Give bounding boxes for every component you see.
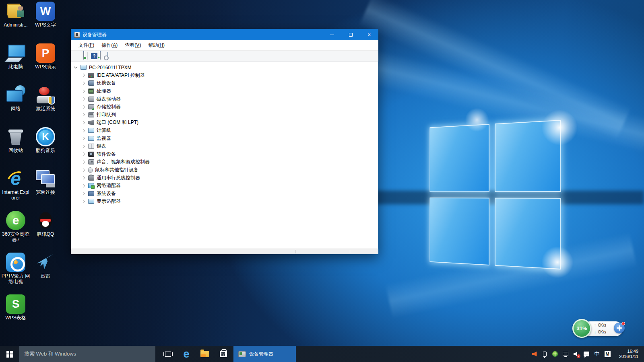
chevron-right-icon[interactable] [82,192,85,195]
desktop-icon-image [6,43,25,63]
minimize-button[interactable] [323,29,341,40]
menu-bar: 文件(F)操作(A)查看(V)帮助(H) [71,40,378,51]
tree-node[interactable]: 存储控制器 [71,103,378,111]
chevron-right-icon[interactable] [82,160,85,164]
tree-node[interactable]: 监视器 [71,134,378,142]
tree-node[interactable]: 计算机 [71,127,378,135]
tree-node-label: 软件设备 [97,151,116,158]
desktop-icon-image [36,211,55,230]
tree-node-label: 系统设备 [97,190,116,197]
360-tray-button[interactable] [550,346,560,362]
network-tray-button[interactable] [560,346,571,362]
tree-node[interactable]: 端口 (COM 和 LPT) [71,119,378,127]
desktop-icon[interactable]: K 酷狗音乐 [31,127,60,169]
chevron-right-icon[interactable] [82,129,85,132]
desktop-icon[interactable]: 宽带连接 [31,169,60,211]
desktop-icon[interactable]: PPTV聚力 网络电视 [1,253,31,294]
desktop-icon-label: 网络 [11,106,21,111]
memory-usage-ball[interactable]: 31% [572,319,591,338]
menu-item[interactable]: 帮助(H) [144,40,168,50]
file-explorer-button[interactable] [196,346,214,362]
tree-node[interactable]: 便携设备 [71,79,378,87]
tree-node[interactable]: 鼠标和其他指针设备 [71,166,378,174]
usb-tray-button[interactable] [539,346,550,362]
store-button[interactable] [214,346,233,362]
window-titlebar[interactable]: 设备管理器 × [71,29,378,40]
task-view-button[interactable] [159,346,177,362]
menu-label: 帮助( [148,42,159,48]
taskbar-clock[interactable]: 16:49 2016/1/11 [613,349,642,359]
tree-node[interactable]: 键盘 [71,142,378,150]
desktop-icon[interactable]: P WPS演示 [31,43,60,85]
chevron-right-icon[interactable] [82,121,85,124]
desktop-icon-image [6,253,25,272]
chevron-right-icon[interactable] [82,152,85,156]
volume-tray-button[interactable]: x [571,346,581,362]
device-manager-taskbar-button[interactable]: 设备管理器 [233,346,296,362]
action-center-button[interactable] [581,346,592,362]
desktop-icon[interactable]: 迅雷 [31,253,60,294]
chevron-right-icon[interactable] [82,97,85,101]
chevron-right-icon[interactable] [82,168,85,171]
menu-item[interactable]: 查看(V) [121,40,144,50]
device-category-icon [88,97,94,102]
ime-mode-button[interactable]: M [602,346,613,362]
help-button[interactable]: ? [91,53,97,59]
chevron-right-icon[interactable] [82,74,85,77]
desktop-icon[interactable]: Administr... [1,2,31,43]
menu-item[interactable]: 文件(F) [75,40,98,50]
search-placeholder: 搜索 Web 和 Windows [24,350,76,358]
desktop-icon[interactable]: 激活系统 [31,85,60,127]
taskbar-search-input[interactable]: 搜索 Web 和 Windows [19,346,155,362]
chevron-down-icon[interactable] [74,65,77,68]
chevron-right-icon[interactable] [82,200,85,203]
tree-node[interactable]: 打印队列 [71,111,378,119]
desktop-icon[interactable]: S WPS表格 [1,294,31,336]
chevron-right-icon[interactable] [82,184,85,187]
tree-node-label: 鼠标和其他指针设备 [95,167,138,173]
start-button[interactable] [0,346,19,362]
chevron-right-icon[interactable] [82,82,85,85]
device-category-icon [88,175,94,181]
chevron-right-icon[interactable] [82,144,85,148]
desktop-icon-label: 360安全浏览器7 [1,231,31,243]
tree-node-label: 处理器 [97,88,111,95]
tree-node[interactable]: 磁盘驱动器 [71,95,378,103]
tree-node[interactable]: 声音、视频和游戏控制器 [71,158,378,166]
tree-node[interactable]: 通用串行总线控制器 [71,174,378,182]
accelerate-button[interactable] [614,323,625,333]
desktop-icon[interactable]: e 360安全浏览器7 [1,211,31,253]
desktop-icon[interactable]: 回收站 [1,127,31,169]
edge-browser-button[interactable]: e [177,346,196,362]
tree-node[interactable]: 显示适配器 [71,197,378,206]
scan-hardware-button[interactable] [107,52,108,60]
tree-node[interactable]: 网络适配器 [71,182,378,190]
chevron-right-icon[interactable] [82,113,85,116]
tree-root-node[interactable]: PC-20160111TPXM [71,64,378,72]
desktop-icon[interactable]: e Internet Explorer [1,169,31,211]
tree-node-label: 存储控制器 [97,103,121,110]
desktop-icon-label: WPS演示 [35,64,56,70]
chevron-right-icon[interactable] [82,137,85,140]
desktop-icon[interactable]: W WPS文字 [31,2,60,43]
chevron-right-icon[interactable] [82,105,85,109]
desktop-icon[interactable]: 网络 [1,85,31,127]
chevron-right-icon[interactable] [82,89,85,93]
menu-item[interactable]: 操作(A) [98,40,121,50]
desktop-icon[interactable]: 腾讯QQ [31,211,60,253]
action-button[interactable] [100,52,101,60]
tree-node[interactable]: 软件设备 [71,150,378,158]
desktop-icon[interactable]: 此电脑 [1,43,31,85]
close-button[interactable]: × [360,29,378,40]
chevron-right-icon[interactable] [82,176,85,179]
ime-language-button[interactable]: 中 [592,346,602,362]
360-speed-float-ball[interactable]: 31% ↑ 0K/s ↓ 0K/s [572,319,625,339]
tree-node[interactable]: 系统设备 [71,190,378,198]
kugou-tray-button[interactable] [529,346,539,362]
console-tree-button[interactable] [83,52,84,60]
tree-node[interactable]: 处理器 [71,87,378,95]
desktop-icon-image [6,2,25,21]
maximize-button[interactable] [341,29,360,40]
toolbar: ? [71,51,378,62]
tree-node[interactable]: IDE ATA/ATAPI 控制器 [71,72,378,80]
